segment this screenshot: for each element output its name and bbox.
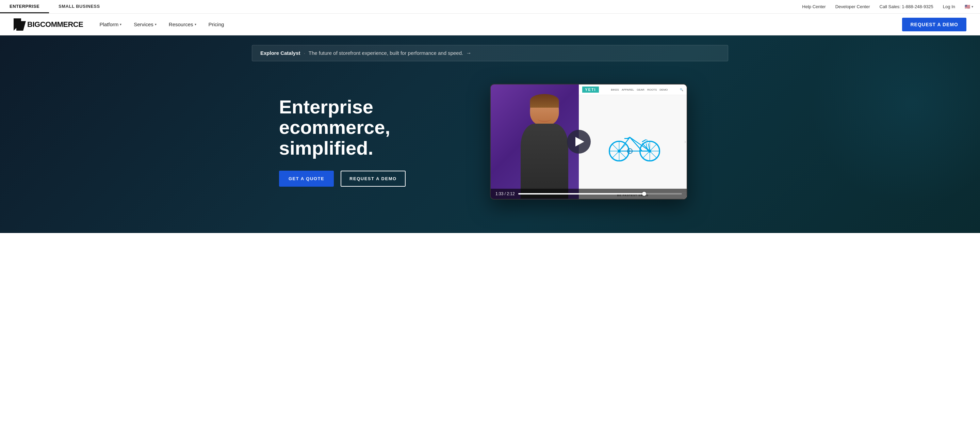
progress-fill	[518, 193, 644, 195]
request-demo-button-hero[interactable]: REQUEST A DEMO	[340, 171, 406, 187]
video-ecom-overlay: YETI BIKES APPAREL GEAR ROOTS DEMO 🔍	[579, 85, 687, 199]
logo-text: BIGCOMMERCE	[27, 20, 83, 29]
announcement-arrow: →	[466, 50, 471, 56]
nav-item-services[interactable]: Services ▾	[134, 21, 156, 27]
hero-right: YETI BIKES APPAREL GEAR ROOTS DEMO 🔍	[476, 84, 701, 200]
ecom-nav: BIKES APPAREL GEAR ROOTS DEMO	[611, 88, 668, 91]
hero-title: Enterprise ecommerce, simplified.	[279, 97, 456, 158]
platform-chevron: ▾	[120, 22, 121, 26]
bike-image	[602, 125, 663, 162]
announcement-separator: ·	[304, 50, 305, 56]
developer-center-link[interactable]: Developer Center	[835, 4, 870, 9]
nav-cta: REQUEST A DEMO	[902, 18, 966, 31]
services-chevron: ▾	[155, 22, 156, 26]
hero-content: Enterprise ecommerce, simplified. GET A …	[252, 71, 728, 233]
ecom-body	[579, 95, 687, 192]
nav-item-pricing[interactable]: Pricing	[208, 21, 224, 27]
play-button[interactable]	[567, 130, 591, 153]
ecom-header: YETI BIKES APPAREL GEAR ROOTS DEMO 🔍	[579, 85, 687, 95]
video-time-display: 1:33 / 2:12	[495, 192, 515, 196]
get-quote-button[interactable]: GET A QUOTE	[279, 171, 334, 187]
svg-marker-1	[16, 21, 26, 31]
person-body	[520, 124, 568, 199]
help-center-link[interactable]: Help Center	[802, 4, 826, 9]
ecom-next-arrow[interactable]: ›	[684, 139, 686, 145]
announcement-bar[interactable]: Explore Catalyst · The future of storefr…	[252, 45, 728, 61]
progress-thumb[interactable]	[642, 192, 646, 196]
video-player[interactable]: YETI BIKES APPAREL GEAR ROOTS DEMO 🔍	[490, 84, 687, 200]
yeti-logo: YETI	[582, 86, 598, 93]
person-hair	[530, 94, 559, 108]
login-link[interactable]: Log In	[943, 4, 955, 9]
svg-line-20	[646, 140, 647, 141]
language-selector[interactable]: 🇺🇸 ▾	[965, 4, 973, 9]
resources-chevron: ▾	[195, 22, 196, 26]
ecom-search-icon: 🔍	[680, 88, 683, 91]
top-bar-right: Help Center Developer Center Call Sales:…	[802, 0, 980, 13]
hero-left: Enterprise ecommerce, simplified. GET A …	[279, 97, 456, 187]
call-sales: Call Sales: 1-888-248-9325	[880, 4, 933, 9]
nav-links: Platform ▾ Services ▾ Resources ▾ Pricin…	[99, 21, 902, 27]
announcement-bold: Explore Catalyst	[260, 50, 301, 56]
top-bar-left: ENTERPRISE SMALL BUSINESS	[0, 0, 110, 13]
nav-item-platform[interactable]: Platform ▾	[99, 21, 121, 27]
logo[interactable]: BIGCOMMERCE	[14, 18, 83, 31]
person-smile	[538, 115, 551, 122]
play-icon	[576, 137, 584, 147]
announcement-body: The future of storefront experience, bui…	[309, 50, 463, 56]
request-demo-button-nav[interactable]: REQUEST A DEMO	[902, 18, 966, 31]
hero-buttons: GET A QUOTE REQUEST A DEMO	[279, 171, 456, 187]
logo-icon	[14, 18, 26, 31]
hero-section: Explore Catalyst · The future of storefr…	[0, 35, 980, 233]
main-nav: BIGCOMMERCE Platform ▾ Services ▾ Resour…	[0, 14, 980, 35]
video-controls: 1:33 / 2:12	[491, 189, 687, 199]
top-bar: ENTERPRISE SMALL BUSINESS Help Center De…	[0, 0, 980, 14]
progress-bar[interactable]	[518, 193, 682, 195]
tab-small-business[interactable]: SMALL BUSINESS	[49, 0, 110, 13]
nav-item-resources[interactable]: Resources ▾	[169, 21, 196, 27]
tab-enterprise[interactable]: ENTERPRISE	[0, 0, 49, 13]
svg-line-19	[642, 140, 646, 142]
announcement-text: Explore Catalyst · The future of storefr…	[260, 50, 471, 56]
